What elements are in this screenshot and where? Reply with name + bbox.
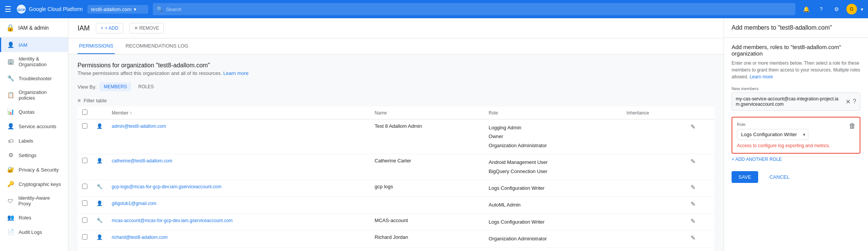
delete-role-icon[interactable]: 🗑 xyxy=(849,122,856,130)
menu-icon[interactable]: ☰ xyxy=(5,5,11,14)
main-content: IAM + + ADD ✕ REMOVE PERMISSIONS RECOMME… xyxy=(68,18,724,251)
sidebar-item-label-iam: IAM xyxy=(19,42,27,48)
panel-actions: SAVE CANCEL xyxy=(732,171,860,183)
select-all-checkbox[interactable] xyxy=(82,110,87,115)
search-input[interactable] xyxy=(166,6,792,12)
edit-icon[interactable]: ✎ xyxy=(691,201,695,207)
row-checkbox-2[interactable] xyxy=(82,184,87,189)
left-navigation: 🔒 IAM & admin 👤 IAM 🏢 Identity & Organiz… xyxy=(0,18,68,251)
add-button-label: + ADD xyxy=(105,25,118,31)
add-icon: + xyxy=(101,25,103,31)
permissions-title: Permissions for organization "test8-adal… xyxy=(78,62,714,69)
panel-learn-more-link[interactable]: Learn more xyxy=(749,74,773,79)
role-entry: Owner xyxy=(489,132,618,141)
row-checkbox-3[interactable] xyxy=(82,200,87,206)
iam-icon: 👤 xyxy=(7,41,14,48)
edit-icon[interactable]: ✎ xyxy=(691,158,695,165)
topbar-search-bar[interactable]: 🔍 xyxy=(153,3,795,15)
sidebar-item-service-accounts[interactable]: 👤 Service accounts xyxy=(0,119,68,133)
settings-nav-icon: ⚙ xyxy=(7,152,14,159)
sidebar-item-label-iap: Identity-Aware Proxy xyxy=(18,195,62,207)
header-actions xyxy=(686,106,714,119)
role-entry: Logs Configuration Writer xyxy=(489,184,618,192)
sidebar-item-label-labels: Labels xyxy=(19,138,33,144)
role-entry: Organization Administrator xyxy=(489,141,618,150)
cancel-button[interactable]: CANCEL xyxy=(763,171,797,183)
sidebar-item-iam[interactable]: 👤 IAM xyxy=(0,38,68,52)
topbar-project-selector[interactable]: test8-adallom.com ▾ xyxy=(87,5,148,14)
sidebar-item-roles[interactable]: 👥 Roles xyxy=(0,210,68,225)
sidebar-item-quotas[interactable]: 📊 Quotas xyxy=(0,105,68,119)
sidebar-item-label-roles: Roles xyxy=(19,215,31,221)
quotas-icon: 📊 xyxy=(7,108,14,115)
svg-text:GCP: GCP xyxy=(17,8,25,12)
remove-button[interactable]: ✕ REMOVE xyxy=(129,23,164,33)
sidebar-item-label-identity: Identity & Organization xyxy=(19,56,62,67)
row-checkbox-4[interactable] xyxy=(82,218,87,223)
save-button-label: SAVE xyxy=(738,174,751,180)
sidebar-item-audit-logs[interactable]: 📄 Audit Logs xyxy=(0,225,68,239)
main-layout: 🔒 IAM & admin 👤 IAM 🏢 Identity & Organiz… xyxy=(0,18,868,251)
help-icon[interactable]: ? xyxy=(853,98,856,105)
gcp-logo-icon: GCP xyxy=(16,4,27,14)
troubleshooter-icon: 🔧 xyxy=(7,75,14,82)
header-member[interactable]: Member ↑ xyxy=(107,106,370,119)
service-accounts-icon: 👤 xyxy=(7,123,14,130)
role-select-wrapper: Logs Configuration Writer xyxy=(737,129,808,140)
members-input-box[interactable]: my-cas-service-account@cas-integration-p… xyxy=(732,92,860,111)
save-button[interactable]: SAVE xyxy=(732,171,758,183)
row-checkbox-0[interactable] xyxy=(82,123,87,129)
view-members-button[interactable]: MEMBERS xyxy=(100,82,131,91)
topbar-logo-text: Google Cloud Platform xyxy=(29,6,83,12)
member-email: catherine@test8-adallom.com xyxy=(112,158,173,164)
member-type-icon: 🔧 xyxy=(97,184,103,189)
tab-recommendations-log[interactable]: RECOMMENDATIONS LOG xyxy=(124,38,190,54)
identity-icon: 🏢 xyxy=(7,58,14,65)
tab-permissions[interactable]: PERMISSIONS xyxy=(78,38,115,54)
search-icon: 🔍 xyxy=(157,6,163,12)
member-type-icon: 👤 xyxy=(97,234,103,240)
avatar[interactable]: G xyxy=(846,3,858,15)
tab-permissions-label: PERMISSIONS xyxy=(79,43,113,49)
topbar-dropdown-icon[interactable]: ▾ xyxy=(861,6,863,12)
edit-icon[interactable]: ✎ xyxy=(691,184,695,191)
sidebar-item-privacy-security[interactable]: 🔐 Privacy & Security xyxy=(0,162,68,177)
sidebar-item-troubleshooter[interactable]: 🔧 Troubleshooter xyxy=(0,71,68,86)
sidebar-item-label-audit: Audit Logs xyxy=(19,229,42,235)
sidebar-item-identity-aware-proxy[interactable]: 🛡 Identity-Aware Proxy xyxy=(0,191,68,210)
notifications-icon[interactable]: 🔔 xyxy=(800,3,812,15)
sidebar-item-cryptographic-keys[interactable]: 🔑 Cryptographic keys xyxy=(0,177,68,191)
role-select[interactable]: Logs Configuration Writer xyxy=(737,129,808,140)
sidebar-item-identity-organization[interactable]: 🏢 Identity & Organization xyxy=(0,52,68,71)
help-icon[interactable]: ? xyxy=(815,3,827,15)
sidebar-item-label-quotas: Quotas xyxy=(19,109,35,115)
topbar-right-icons: 🔔 ? ⚙ G ▾ xyxy=(800,3,863,15)
sidebar-item-labels[interactable]: 🏷 Labels xyxy=(0,133,68,148)
roles-icon: 👥 xyxy=(7,214,14,221)
role-section: Role Logs Configuration Writer Access to… xyxy=(732,117,860,154)
row-checkbox-1[interactable] xyxy=(82,158,87,163)
learn-more-link[interactable]: Learn more xyxy=(223,70,248,76)
edit-icon[interactable]: ✎ xyxy=(691,218,695,224)
topbar: ☰ GCP Google Cloud Platform test8-adallo… xyxy=(0,0,868,18)
sidebar-item-settings[interactable]: ⚙ Settings xyxy=(0,148,68,162)
sidebar-item-org-policies[interactable]: 📋 Organization policies xyxy=(0,86,68,105)
page-header: IAM + + ADD ✕ REMOVE xyxy=(68,18,724,38)
member-email: gcp-logs@mcas-for-gcp-dev.iam.gserviceac… xyxy=(112,184,222,189)
row-checkbox-5[interactable] xyxy=(82,234,87,240)
remove-button-label: ✕ REMOVE xyxy=(134,25,159,31)
content-area: Permissions for organization "test8-adal… xyxy=(68,54,724,251)
add-another-role-button[interactable]: + ADD ANOTHER ROLE xyxy=(732,157,860,162)
member-type-icon: 🔧 xyxy=(97,218,103,223)
member-email: mcas-account@mcas-for-gcp-dev.iam.gservi… xyxy=(112,218,233,223)
add-button[interactable]: + + ADD xyxy=(96,23,123,33)
privacy-icon: 🔐 xyxy=(7,166,14,173)
sidebar-item-label-org-policies: Organization policies xyxy=(19,89,62,101)
settings-icon[interactable]: ⚙ xyxy=(830,3,843,15)
new-members-label: New members xyxy=(732,86,860,91)
header-role: Role xyxy=(484,106,622,119)
view-roles-button[interactable]: ROLES xyxy=(134,82,158,91)
edit-icon[interactable]: ✎ xyxy=(691,124,695,130)
member-remove-icon[interactable]: ✕ xyxy=(846,98,851,105)
edit-icon[interactable]: ✎ xyxy=(691,235,695,241)
